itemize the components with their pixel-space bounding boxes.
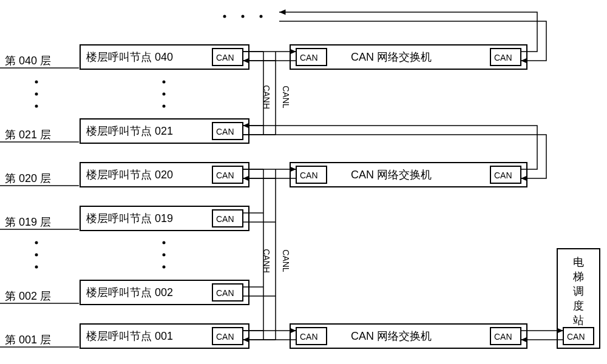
lower-canl-label: CANL bbox=[281, 249, 291, 272]
svg-text:CAN: CAN bbox=[494, 53, 512, 62]
svg-point-27 bbox=[35, 241, 38, 244]
lower-canh-label: CANH bbox=[262, 249, 271, 273]
svg-point-4 bbox=[260, 15, 263, 18]
upper-canh-label: CANH bbox=[262, 85, 271, 109]
ellipsis-040-021-left bbox=[35, 81, 38, 108]
svg-text:CAN: CAN bbox=[494, 170, 512, 180]
floor-001-label: 第 001 层 bbox=[5, 334, 51, 346]
svg-text:梯: 梯 bbox=[572, 271, 584, 283]
svg-text:CAN: CAN bbox=[216, 170, 234, 180]
svg-text:CAN: CAN bbox=[216, 332, 234, 342]
svg-point-28 bbox=[35, 254, 38, 257]
svg-point-31 bbox=[163, 254, 166, 257]
svg-point-29 bbox=[35, 266, 38, 269]
switch-020-group: CAN CAN 网络交换机 CAN bbox=[290, 163, 527, 187]
svg-point-12 bbox=[163, 105, 166, 108]
svg-point-30 bbox=[163, 241, 166, 244]
upper-bus: CANH CANL bbox=[243, 52, 291, 135]
svg-text:楼层呼叫节点 021: 楼层呼叫节点 021 bbox=[86, 125, 173, 137]
switch-040-label: CAN 网络交换机 bbox=[351, 51, 432, 63]
floor-019-group: 第 019 层 楼层呼叫节点 019 CAN bbox=[0, 206, 249, 231]
svg-point-10 bbox=[163, 81, 166, 84]
svg-point-9 bbox=[35, 105, 38, 108]
svg-text:CAN: CAN bbox=[216, 127, 234, 136]
ellipsis-040-021-right bbox=[163, 81, 166, 108]
ellipsis-019-002-left bbox=[35, 241, 38, 269]
floor-019-label: 第 019 层 bbox=[5, 216, 51, 228]
svg-text:CAN 网络交换机: CAN 网络交换机 bbox=[351, 169, 432, 181]
floor-002-label: 第 002 层 bbox=[5, 290, 51, 302]
svg-text:CAN: CAN bbox=[494, 332, 512, 342]
svg-text:CAN: CAN bbox=[300, 170, 318, 180]
svg-text:度: 度 bbox=[573, 300, 584, 312]
svg-text:楼层呼叫节点 019: 楼层呼叫节点 019 bbox=[86, 212, 173, 224]
upper-canl-label: CANL bbox=[281, 86, 291, 109]
floor-040-label: 第 040 层 bbox=[5, 55, 51, 67]
svg-point-8 bbox=[35, 93, 38, 96]
svg-text:站: 站 bbox=[573, 314, 584, 326]
floor-021-group: 第 021 层 楼层呼叫节点 021 CAN bbox=[0, 119, 249, 143]
call-node-040-label: 楼层呼叫节点 040 bbox=[86, 51, 173, 63]
svg-text:电: 电 bbox=[573, 256, 584, 268]
svg-text:楼层呼叫节点 001: 楼层呼叫节点 001 bbox=[86, 330, 173, 342]
svg-point-11 bbox=[163, 93, 166, 96]
svg-point-6 bbox=[223, 15, 226, 18]
dispatch-station: 电 梯 调 度 站 CAN bbox=[557, 249, 600, 348]
svg-text:楼层呼叫节点 020: 楼层呼叫节点 020 bbox=[86, 169, 173, 181]
svg-point-32 bbox=[163, 266, 166, 269]
svg-point-5 bbox=[242, 15, 245, 18]
svg-point-7 bbox=[35, 81, 38, 84]
switch-001-group: CAN CAN 网络交换机 CAN bbox=[290, 324, 527, 348]
floor-002-group: 第 002 层 楼层呼叫节点 002 CAN bbox=[0, 280, 249, 305]
svg-text:调: 调 bbox=[573, 285, 584, 297]
svg-text:CAN 网络交换机: CAN 网络交换机 bbox=[351, 330, 432, 342]
switch-040-group: CAN CAN 网络交换机 CAN bbox=[290, 45, 527, 69]
floor-001-group: 第 001 层 楼层呼叫节点 001 CAN bbox=[0, 324, 249, 348]
lower-bus: CANH CANL bbox=[243, 169, 291, 340]
floor-040-group: 第 040 层 楼层呼叫节点 040 CAN bbox=[0, 45, 249, 69]
svg-text:CAN: CAN bbox=[300, 53, 318, 62]
floor-020-group: 第 020 层 楼层呼叫节点 020 CAN bbox=[0, 163, 249, 187]
svg-text:CAN: CAN bbox=[216, 214, 234, 224]
floor-021-label: 第 021 层 bbox=[5, 129, 51, 141]
svg-text:楼层呼叫节点 002: 楼层呼叫节点 002 bbox=[86, 286, 173, 298]
ellipsis-019-002-right bbox=[163, 241, 166, 269]
svg-text:CAN: CAN bbox=[567, 332, 585, 342]
floor-020-label: 第 020 层 bbox=[5, 172, 51, 184]
call-node-040-can-text: CAN bbox=[216, 53, 234, 62]
svg-text:CAN: CAN bbox=[300, 332, 318, 342]
svg-text:CAN: CAN bbox=[216, 288, 234, 298]
